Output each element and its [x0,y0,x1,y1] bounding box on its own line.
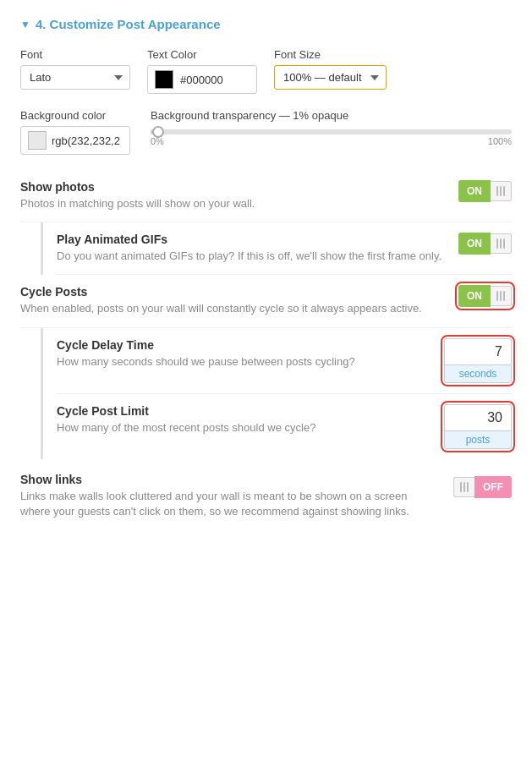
transparency-group: Background transparency — 1% opaque 0% 1… [151,109,512,150]
transparency-slider[interactable]: 0% 100% [151,126,512,150]
text-color-picker[interactable]: #000000 [147,65,257,94]
show-photos-title: Show photos [20,180,445,194]
show-links-text: Show links Links make walls look clutter… [20,473,453,519]
show-links-toggle[interactable]: OFF [453,476,512,498]
font-field: Font Lato Arial Georgia [20,48,130,90]
text-color-swatch [155,70,173,89]
cycle-posts-handle[interactable] [491,286,512,306]
text-color-label: Text Color [147,48,257,61]
cycle-limit-unit: posts [444,430,512,449]
cycle-delay-input[interactable] [444,338,512,364]
show-links-off-btn[interactable]: OFF [474,476,512,498]
cycle-delay-row: Cycle Delay Time How many seconds should… [57,328,512,394]
cycle-posts-row: Cycle Posts When enabled, posts on your … [20,275,512,327]
appearance-top-row: Font Lato Arial Georgia Text Color #0000… [20,48,512,94]
handle-bar-2 [500,291,502,301]
bg-row: Background color rgb(232,232,2 Backgroun… [20,109,512,155]
animated-gifs-section: Play Animated GIFs Do you want animated … [41,222,512,275]
cycle-limit-title: Cycle Post Limit [57,404,431,418]
show-links-title: Show links [20,473,440,486]
cycle-delay-text: Cycle Delay Time How many seconds should… [57,338,444,370]
play-gifs-text: Play Animated GIFs Do you want animated … [57,233,458,264]
handle-bar-3 [503,186,505,196]
show-links-desc: Links make walls look cluttered and your… [20,489,440,519]
slider-labels: 0% 100% [151,136,512,146]
handle-bar-3 [503,238,505,249]
handle-bar-1 [496,238,498,249]
font-size-select[interactable]: 100% — default 90% 110% [274,65,387,90]
play-gifs-on-btn[interactable]: ON [458,233,491,255]
font-size-label: Font Size [274,48,387,61]
handle-bar-3 [467,482,469,492]
cycle-limit-text: Cycle Post Limit How many of the most re… [57,404,444,436]
cycle-posts-title: Cycle Posts [20,285,445,299]
font-label: Font [20,48,130,61]
bg-color-group: Background color rgb(232,232,2 [20,109,130,155]
cycle-posts-on-btn[interactable]: ON [458,285,491,307]
cycle-limit-input-wrap: posts [444,404,512,449]
handle-bar-2 [463,482,465,492]
show-photos-row: Show photos Photos in matching posts wil… [20,170,512,222]
play-gifs-handle[interactable] [491,233,512,254]
slider-thumb[interactable] [152,126,164,138]
cycle-limit-input[interactable] [444,404,512,430]
handle-bar-2 [500,186,502,196]
handle-bar-1 [460,482,462,492]
play-gifs-title: Play Animated GIFs [57,233,445,246]
transparency-label: Background transparency — 1% opaque [151,109,512,122]
play-gifs-desc: Do you want animated GIFs to play? If th… [57,249,445,264]
handle-bar-1 [496,186,498,196]
cycle-posts-toggle[interactable]: ON [458,285,512,307]
font-select[interactable]: Lato Arial Georgia [20,65,130,90]
font-size-field: Font Size 100% — default 90% 110% [274,48,387,90]
show-links-handle[interactable] [453,477,474,497]
slider-track [151,129,512,134]
cycle-limit-row: Cycle Post Limit How many of the most re… [57,394,512,459]
section-arrow: ▼ [20,19,30,30]
show-photos-text: Show photos Photos in matching posts wil… [20,180,458,211]
handle-bar-1 [496,291,498,301]
handle-bar-2 [500,238,502,249]
cycle-delay-input-wrap: seconds [444,338,512,383]
slider-max: 100% [488,136,512,146]
bg-color-swatch [28,131,47,150]
cycle-delay-title: Cycle Delay Time [57,338,431,352]
show-photos-on-btn[interactable]: ON [458,180,491,202]
section-title: ▼ 4. Customize Post Appearance [20,17,512,31]
play-gifs-row: Play Animated GIFs Do you want animated … [57,222,512,275]
cycle-posts-text: Cycle Posts When enabled, posts on your … [20,285,458,316]
bg-color-label: Background color [20,109,130,122]
show-photos-desc: Photos in matching posts will show on yo… [20,196,445,211]
cycle-delay-unit: seconds [444,364,512,383]
text-color-field: Text Color #000000 [147,48,257,94]
show-photos-handle[interactable] [491,181,512,201]
text-color-hex: #000000 [180,74,223,86]
play-gifs-toggle[interactable]: ON [458,233,512,255]
cycle-sub-section: Cycle Delay Time How many seconds should… [41,328,512,459]
bg-color-rgb: rgb(232,232,2 [52,134,120,147]
show-photos-toggle[interactable]: ON [458,180,512,202]
handle-bar-3 [503,291,505,301]
show-links-row: Show links Links make walls look clutter… [20,459,512,529]
bg-color-picker[interactable]: rgb(232,232,2 [20,126,130,155]
cycle-delay-desc: How many seconds should we pause between… [57,354,431,370]
cycle-posts-desc: When enabled, posts on your wall will co… [20,301,445,316]
cycle-limit-desc: How many of the most recent posts should… [57,420,431,436]
